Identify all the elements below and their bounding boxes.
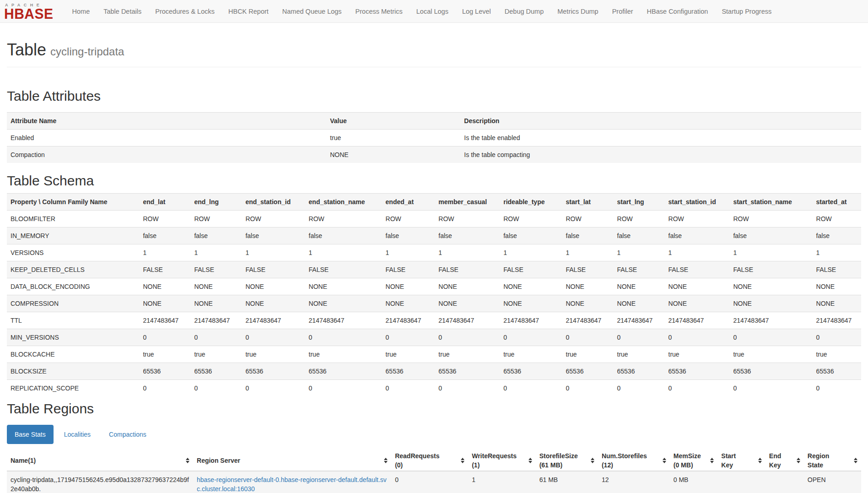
hbase-logo[interactable]: APACHE HBASE — [4, 3, 54, 20]
nav-menu: HomeTable DetailsProcedures & LocksHBCK … — [65, 0, 779, 23]
schema-value-cell: true — [562, 346, 614, 363]
nav-item: Metrics Dump — [550, 0, 605, 23]
attributes-table: Attribute NameValueDescription Enabledtr… — [7, 112, 861, 163]
regions-col-header-num-storefiles[interactable]: Num.Storefiles(12) — [598, 450, 670, 471]
schema-value-cell: 0 — [562, 329, 614, 346]
schema-value-cell: NONE — [435, 295, 500, 312]
schema-value-cell: ROW — [139, 211, 190, 228]
regions-col-header-name-1[interactable]: Name(1) — [7, 450, 193, 471]
schema-value-cell: false — [813, 228, 861, 244]
nav-item: Profiler — [605, 0, 640, 23]
regions-col-header-memsize[interactable]: MemSize(0 MB) — [670, 450, 718, 471]
col-sublabel: (1) — [472, 460, 517, 470]
schema-value-cell: 0 — [614, 329, 665, 346]
col-label: Start — [721, 451, 736, 460]
schema-value-cell: FALSE — [665, 261, 730, 278]
attribute-row: CompactionNONEIs the table compacting — [7, 146, 861, 163]
sort-icon[interactable] — [384, 458, 388, 463]
schema-value-cell: ROW — [665, 211, 730, 228]
regions-heading: Table Regions — [7, 401, 861, 417]
schema-value-cell: FALSE — [190, 261, 242, 278]
nav-item: Debug Dump — [498, 0, 550, 23]
schema-value-cell: 65536 — [139, 363, 190, 380]
schema-property-cell: BLOCKSIZE — [7, 363, 139, 380]
schema-value-cell: NONE — [729, 278, 812, 295]
col-sublabel: (61 MB) — [539, 460, 578, 470]
schema-value-cell: false — [139, 228, 190, 244]
region-server-link[interactable]: hbase-regionserver-default-0.hbase-regio… — [197, 476, 387, 493]
schema-value-cell: 65536 — [500, 363, 562, 380]
schema-value-cell: false — [435, 228, 500, 244]
sort-icon[interactable] — [591, 458, 594, 463]
schema-family-col-header-rideable-type: rideable_type — [500, 194, 562, 211]
tab-link-compactions[interactable]: Compactions — [101, 425, 154, 444]
nav-link-named-queue-logs[interactable]: Named Queue Logs — [275, 0, 349, 23]
nav-link-hbase-configuration[interactable]: HBase Configuration — [640, 0, 715, 23]
nav-link-table-details[interactable]: Table Details — [97, 0, 148, 23]
nav-link-startup-progress[interactable]: Startup Progress — [715, 0, 778, 23]
nav-link-debug-dump[interactable]: Debug Dump — [498, 0, 550, 23]
regions-col-header-region[interactable]: RegionState — [804, 450, 861, 471]
schema-value-cell: ROW — [614, 211, 665, 228]
nav-link-metrics-dump[interactable]: Metrics Dump — [550, 0, 605, 23]
nav-link-procedures-locks[interactable]: Procedures & Locks — [148, 0, 221, 23]
regions-col-header-writerequests[interactable]: WriteRequests(1) — [468, 450, 535, 471]
nav-link-local-logs[interactable]: Local Logs — [410, 0, 455, 23]
schema-value-cell: ROW — [729, 211, 812, 228]
region-read-requests: 0 — [391, 471, 468, 493]
sort-icon[interactable] — [854, 458, 857, 463]
schema-value-cell: FALSE — [614, 261, 665, 278]
tab-link-base-stats[interactable]: Base Stats — [7, 425, 54, 444]
regions-table: Name(1)Region ServerReadRequests(0)Write… — [7, 450, 861, 493]
schema-value-cell: ROW — [500, 211, 562, 228]
schema-value-cell: 0 — [665, 380, 730, 397]
tab-link-localities[interactable]: Localities — [56, 425, 98, 444]
schema-value-cell: 2147483647 — [139, 312, 190, 329]
schema-value-cell: 0 — [190, 380, 242, 397]
nav-link-log-level[interactable]: Log Level — [455, 0, 498, 23]
schema-value-cell: 65536 — [813, 363, 861, 380]
nav-item: Startup Progress — [715, 0, 778, 23]
schema-value-cell: 2147483647 — [813, 312, 861, 329]
nav-link-home[interactable]: Home — [65, 0, 97, 23]
sort-icon[interactable] — [710, 458, 714, 463]
sort-icon[interactable] — [528, 458, 532, 463]
attributes-col-header-attribute-name: Attribute Name — [7, 113, 326, 130]
sort-icon[interactable] — [663, 458, 666, 463]
sort-icon[interactable] — [758, 458, 762, 463]
nav-item: Home — [65, 0, 97, 23]
attribute-cell: Compaction — [7, 146, 326, 163]
schema-value-cell: false — [190, 228, 242, 244]
regions-tabs: Base StatsLocalitiesCompactions — [7, 425, 861, 444]
schema-value-cell: ROW — [435, 211, 500, 228]
schema-value-cell: NONE — [242, 295, 305, 312]
regions-col-header-readrequests[interactable]: ReadRequests(0) — [391, 450, 468, 471]
nav-link-process-metrics[interactable]: Process Metrics — [349, 0, 410, 23]
schema-value-cell: FALSE — [242, 261, 305, 278]
sort-icon[interactable] — [186, 458, 189, 463]
schema-value-cell: 0 — [729, 329, 812, 346]
nav-link-profiler[interactable]: Profiler — [605, 0, 640, 23]
regions-col-header-start[interactable]: StartKey — [717, 450, 766, 471]
nav-link-hbck-report[interactable]: HBCK Report — [221, 0, 275, 23]
sort-icon[interactable] — [461, 458, 464, 463]
schema-row: TTL2147483647214748364721474836472147483… — [7, 312, 861, 329]
schema-family-col-header-end-station-name: end_station_name — [305, 194, 382, 211]
col-label: Num.Storefiles — [602, 451, 647, 460]
schema-value-cell: 65536 — [665, 363, 730, 380]
schema-value-cell: FALSE — [500, 261, 562, 278]
schema-value-cell: 1 — [139, 244, 190, 261]
schema-value-cell: 0 — [305, 380, 382, 397]
regions-col-header-end[interactable]: EndKey — [766, 450, 804, 471]
attribute-cell: NONE — [326, 146, 460, 163]
schema-row: REPLICATION_SCOPE000000000000 — [7, 380, 861, 397]
regions-col-header-region-server[interactable]: Region Server — [193, 450, 391, 471]
sort-icon[interactable] — [797, 458, 800, 463]
col-label: Region — [808, 451, 829, 460]
schema-value-cell: 2147483647 — [729, 312, 812, 329]
schema-row: BLOCKSIZE6553665536655366553665536655366… — [7, 363, 861, 380]
regions-col-header-storefilesize[interactable]: StorefileSize(61 MB) — [536, 450, 598, 471]
schema-property-cell: DATA_BLOCK_ENCODING — [7, 278, 139, 295]
region-mem-size: 0 MB — [670, 471, 718, 493]
schema-family-col-header-member-casual: member_casual — [435, 194, 500, 211]
